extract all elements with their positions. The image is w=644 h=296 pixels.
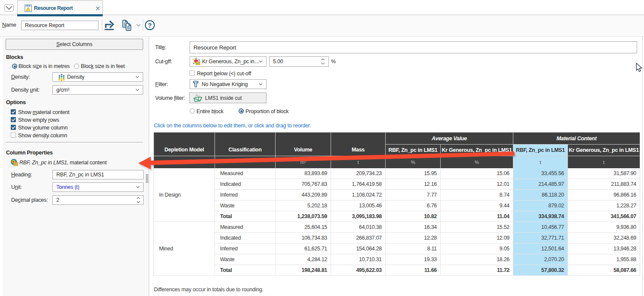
svg-text:?: ?	[148, 22, 152, 29]
